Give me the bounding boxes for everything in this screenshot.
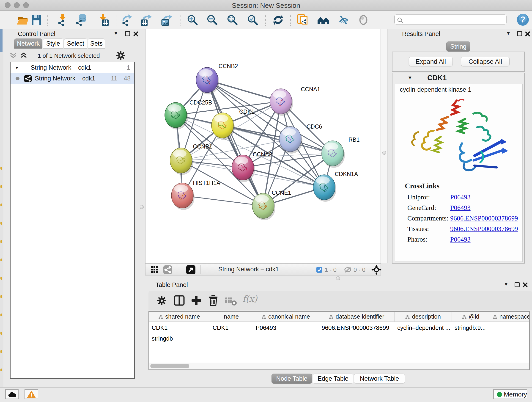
right-splitter[interactable] bbox=[381, 29, 388, 263]
edge-CCNB2-CCNE1[interactable] bbox=[207, 80, 263, 206]
gene-collapse-icon[interactable]: ▼ bbox=[408, 75, 412, 80]
node-CCNA1[interactable]: CCNA1 bbox=[270, 86, 320, 116]
node-RB1[interactable]: RB1 bbox=[322, 136, 360, 168]
close-panel-icon[interactable] bbox=[525, 31, 530, 37]
zoom-out-icon[interactable] bbox=[206, 13, 219, 26]
add-column-icon[interactable] bbox=[191, 295, 202, 306]
horizontal-scrollbar[interactable] bbox=[149, 363, 529, 370]
table-cell[interactable]: cyclin–dependent ... bbox=[394, 322, 452, 333]
tree-expander-icon[interactable]: ▼ bbox=[15, 62, 19, 73]
table-row[interactable]: CDK1CDK1P064939606.ENSP00000378699cyclin… bbox=[149, 322, 529, 344]
share-document-icon[interactable] bbox=[297, 13, 310, 27]
crosslink-link[interactable]: P06493 bbox=[450, 204, 471, 211]
help-icon[interactable]: ? bbox=[516, 13, 530, 27]
network-row-label: String Network – cdk1 bbox=[35, 73, 95, 84]
collapse-panel-icon[interactable]: ▼ bbox=[506, 30, 511, 36]
export-table-icon[interactable] bbox=[139, 13, 152, 26]
float-panel-icon[interactable] bbox=[125, 31, 130, 36]
separator bbox=[177, 265, 177, 274]
tab-sets[interactable]: Sets bbox=[88, 38, 105, 49]
crosslink-link[interactable]: P06493 bbox=[450, 236, 471, 243]
node-table[interactable]: shared namenamecanonical namedatabase id… bbox=[148, 311, 530, 370]
gene-details: cyclin-dependent kinase 1 C bbox=[395, 84, 523, 262]
function-builder-icon[interactable]: f(x) bbox=[242, 294, 257, 304]
node-label-RB1: RB1 bbox=[348, 136, 360, 143]
zoom-in-icon[interactable] bbox=[186, 13, 199, 26]
selected-checkbox-icon[interactable] bbox=[317, 267, 322, 273]
zoom-selected-icon[interactable] bbox=[246, 13, 259, 26]
current-network-title: String Network – cdk1 bbox=[218, 266, 279, 273]
network-row-selected[interactable]: String Network – cdk1 11 48 bbox=[11, 73, 134, 84]
show-columns-icon[interactable] bbox=[174, 295, 185, 306]
tab-string[interactable]: String bbox=[446, 41, 470, 51]
column-header-id[interactable]: @id bbox=[452, 312, 490, 322]
delete-table-icon[interactable] bbox=[225, 296, 237, 306]
column-header-canonicalname[interactable]: canonical name bbox=[253, 312, 319, 322]
float-panel-icon[interactable] bbox=[517, 31, 522, 36]
table-cell[interactable]: 9606.ENSP00000378699 bbox=[319, 322, 394, 333]
memory-button[interactable]: Memory bbox=[493, 389, 527, 399]
birdseye-toggle-icon[interactable] bbox=[186, 265, 196, 274]
node-HIST1H1A[interactable]: HIST1H1A bbox=[171, 180, 220, 210]
separator bbox=[341, 265, 341, 274]
right-splitter-handle[interactable] bbox=[382, 151, 386, 155]
network-thumb-icon[interactable] bbox=[163, 265, 172, 274]
export-image-icon[interactable] bbox=[160, 13, 173, 26]
column-header-description[interactable]: description bbox=[394, 312, 452, 322]
tab-select[interactable]: Select bbox=[64, 38, 87, 49]
crosslinks-heading: CrossLinks bbox=[405, 182, 439, 190]
table-cell[interactable]: stringdb:9... bbox=[452, 322, 490, 333]
close-panel-icon[interactable] bbox=[522, 282, 528, 288]
crosslink-link[interactable]: P06493 bbox=[450, 193, 471, 201]
network-options-gear-icon[interactable] bbox=[116, 51, 126, 61]
open-file-icon[interactable] bbox=[16, 13, 29, 26]
column-header-databaseidentifier[interactable]: database identifier bbox=[319, 312, 394, 322]
tab-network-table[interactable]: Network Table bbox=[354, 374, 405, 384]
collapse-panel-icon[interactable]: ▼ bbox=[114, 30, 119, 36]
scrollbar-thumb[interactable] bbox=[150, 364, 189, 368]
node-label-CCNA1: CCNA1 bbox=[301, 86, 320, 92]
node-CDKN1A[interactable]: CDKN1A bbox=[313, 171, 358, 202]
export-network-icon[interactable] bbox=[120, 13, 133, 26]
expand-all-button[interactable]: Expand All bbox=[409, 57, 453, 66]
table-options-gear-icon[interactable] bbox=[157, 296, 167, 306]
left-splitter-handle[interactable] bbox=[140, 205, 144, 209]
crosslink-link[interactable]: 9606.ENSP00000378699 bbox=[450, 215, 518, 222]
warning-button[interactable] bbox=[25, 389, 38, 399]
home-icon[interactable] bbox=[317, 13, 330, 26]
column-header-name[interactable]: name bbox=[210, 312, 253, 322]
collapse-all-chevron-icon[interactable] bbox=[9, 52, 17, 59]
save-session-icon[interactable] bbox=[30, 13, 43, 26]
table-cell[interactable]: P06493 bbox=[253, 322, 319, 333]
network-canvas[interactable]: CCNB2CCNA1CDC25BCDK1CDC6RB1CCNB1CCNA2CDK… bbox=[145, 29, 381, 263]
cloud-button[interactable] bbox=[5, 389, 19, 399]
tab-node-table[interactable]: Node Table bbox=[272, 374, 312, 384]
import-from-database-icon[interactable] bbox=[75, 13, 88, 26]
column-header-sharedname[interactable]: shared name bbox=[149, 312, 210, 322]
delete-column-icon[interactable] bbox=[208, 295, 219, 306]
fit-content-crosshair-icon[interactable] bbox=[371, 265, 381, 275]
crosslink-link[interactable]: 9606.ENSP00000378699 bbox=[450, 225, 518, 233]
table-cell[interactable]: CDK1 bbox=[210, 322, 253, 333]
search-input[interactable] bbox=[405, 15, 503, 24]
zoom-fit-icon[interactable] bbox=[226, 13, 239, 26]
tab-network[interactable]: Network bbox=[14, 38, 42, 49]
network-collection-row[interactable]: ▼ String Network – cdk1 1 bbox=[11, 62, 134, 73]
table-cell[interactable]: stringdb bbox=[149, 333, 192, 344]
column-header-namespace[interactable]: namespace bbox=[490, 312, 530, 322]
collapse-all-button[interactable]: Collapse All bbox=[461, 57, 510, 66]
tab-style[interactable]: Style bbox=[43, 38, 63, 49]
collapse-panel-icon[interactable]: ▼ bbox=[504, 281, 509, 287]
import-table-icon[interactable] bbox=[96, 13, 109, 26]
grid-view-icon[interactable] bbox=[151, 266, 158, 274]
refresh-icon[interactable] bbox=[272, 13, 285, 26]
bottom-splitter-handle[interactable] bbox=[336, 276, 340, 280]
string-network-graph[interactable]: CCNB2CCNA1CDC25BCDK1CDC6RB1CCNB1CCNA2CDK… bbox=[146, 29, 380, 263]
table-cell[interactable]: CDK1 bbox=[149, 322, 210, 333]
graphics-details-eye-icon[interactable] bbox=[337, 13, 350, 26]
import-network-icon[interactable] bbox=[56, 13, 69, 26]
float-panel-icon[interactable] bbox=[515, 282, 520, 287]
tab-edge-table[interactable]: Edge Table bbox=[313, 374, 353, 384]
close-panel-icon[interactable] bbox=[133, 31, 139, 37]
birds-eye-icon[interactable] bbox=[357, 13, 370, 26]
